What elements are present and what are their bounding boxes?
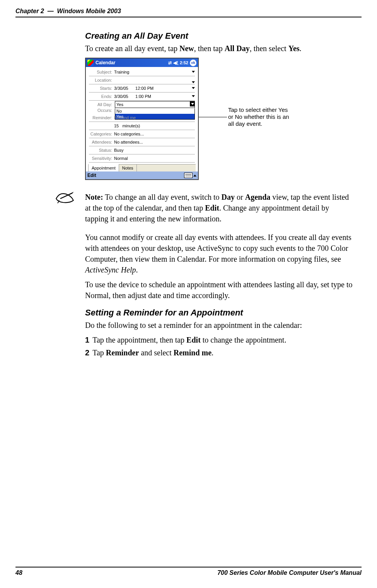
start-icon[interactable] xyxy=(87,60,94,66)
note-t1: To change an all day event, switch to xyxy=(103,193,222,201)
step2-a: Tap xyxy=(92,348,106,357)
section-title-creating: Creating an All Day Event xyxy=(85,31,354,41)
reminder-interval[interactable]: 15 minute(s) xyxy=(114,123,196,128)
value-attendees[interactable]: No attendees... xyxy=(114,140,196,144)
ok-button[interactable]: ok xyxy=(190,60,196,66)
content-area: Creating an All Day Event To create an a… xyxy=(85,31,354,360)
value-starts[interactable]: 3/30/05 12:00 PM xyxy=(114,86,196,91)
para2-italic: ActiveSync Help xyxy=(85,266,136,274)
volume-icon[interactable]: ◀ξ xyxy=(173,60,178,65)
para2-a: You cannot modify or create all day even… xyxy=(85,233,351,263)
chapter-title: Windows Mobile 2003 xyxy=(57,8,121,14)
divider xyxy=(89,84,195,84)
note-prefix: Note: xyxy=(85,193,103,201)
value-status[interactable]: Busy xyxy=(114,148,196,153)
app-title: Calendar xyxy=(96,60,168,65)
row-sensitivity: Sensitivity: Normal xyxy=(88,155,196,162)
divider xyxy=(89,121,195,122)
label-reminder: Reminder: xyxy=(88,115,114,120)
step2-c: and select xyxy=(139,348,173,357)
page-number: 48 xyxy=(15,569,22,576)
value-allday-wrapper: Yes xyxy=(114,101,196,108)
label-ends: Ends: xyxy=(88,94,114,99)
ends-date: 3/30/05 xyxy=(114,94,128,99)
row-starts: Starts: 3/30/05 12:00 PM xyxy=(88,85,196,92)
keyboard-icon xyxy=(184,173,193,178)
edit-menu[interactable]: Edit xyxy=(87,173,96,178)
intro-text-end: . xyxy=(300,44,302,53)
chevron-down-icon[interactable] xyxy=(192,71,195,73)
divider xyxy=(89,154,195,154)
dropdown-button[interactable] xyxy=(190,101,195,106)
status-icons: ⇄ ◀ξ 2:52 ok xyxy=(168,60,196,66)
chapter-number: Chapter 2 xyxy=(15,8,44,14)
value-reminder[interactable]: Remind me xyxy=(114,115,196,120)
wm-titlebar: Calendar ⇄ ◀ξ 2:52 ok xyxy=(86,58,198,67)
para-normal-type: To use the device to schedule an appoint… xyxy=(85,279,354,301)
step1-c: to change the appointment. xyxy=(201,336,287,344)
divider xyxy=(89,75,195,76)
intro-bold-yes: Yes xyxy=(288,44,300,53)
page-header: Chapter 2 — Windows Mobile 2003 xyxy=(15,8,362,17)
note-paragraph: Note: To change an all day event, switch… xyxy=(85,192,354,224)
allday-selected: Yes xyxy=(116,102,123,107)
row-status: Status: Busy xyxy=(88,147,196,154)
step-number: 2 xyxy=(85,348,89,357)
label-starts: Starts: xyxy=(88,86,114,91)
step1-b: Edit xyxy=(186,336,201,344)
connectivity-icon[interactable]: ⇄ xyxy=(168,60,172,65)
header-dash: — xyxy=(48,8,54,14)
value-categories[interactable]: No categories... xyxy=(114,132,196,136)
wm-screenshot: Calendar ⇄ ◀ξ 2:52 ok Subject: Training … xyxy=(85,58,199,180)
note-b3: Edit xyxy=(205,204,219,212)
clock-text: 2:52 xyxy=(180,60,188,65)
wm-tabs: Appointment Notes xyxy=(88,164,196,171)
tab-notes[interactable]: Notes xyxy=(119,165,137,171)
allday-option-no[interactable]: No xyxy=(115,108,194,114)
note-b2: Agenda xyxy=(245,193,271,201)
steps-list: 1Tap the appointment, then tap Edit to c… xyxy=(85,334,354,358)
step2-d: Remind me xyxy=(174,348,212,357)
intro-text: To create an all day event, tap xyxy=(85,44,179,53)
divider xyxy=(89,137,195,138)
note-t2: or xyxy=(235,193,245,201)
tab-appointment[interactable]: Appointment xyxy=(88,164,119,171)
divider xyxy=(89,92,195,93)
reminder-intro: Do the following to set a reminder for a… xyxy=(85,320,354,331)
divider xyxy=(89,129,195,130)
label-location: Location: xyxy=(88,78,114,82)
label-sensitivity: Sensitivity: xyxy=(88,156,114,161)
allday-dropdown[interactable]: Yes xyxy=(115,101,195,108)
section-title-reminder: Setting a Reminder for an Appointment xyxy=(85,308,354,318)
step-number: 1 xyxy=(85,336,89,344)
label-attendees: Attendees: xyxy=(88,140,114,144)
note-icon xyxy=(54,190,75,207)
label-status: Status: xyxy=(88,148,114,153)
value-sensitivity[interactable]: Normal xyxy=(114,156,196,161)
callout-leader-line xyxy=(198,117,227,117)
value-subject[interactable]: Training xyxy=(114,70,196,74)
keyboard-toggle[interactable] xyxy=(184,173,196,178)
value-ends[interactable]: 3/30/05 1:00 PM xyxy=(114,94,196,99)
chevron-down-icon[interactable] xyxy=(192,87,195,89)
footer-rule xyxy=(15,567,362,567)
intro-text-2: , then tap xyxy=(194,44,225,53)
step-2: 2Tap Reminder and select Remind me. xyxy=(85,347,354,358)
row-ends: Ends: 3/30/05 1:00 PM xyxy=(88,93,196,100)
chevron-up-icon xyxy=(193,175,196,177)
chevron-down-icon[interactable] xyxy=(192,81,195,83)
divider xyxy=(89,146,195,146)
label-allday: All Day: xyxy=(88,102,114,107)
step-1: 1Tap the appointment, then tap Edit to c… xyxy=(85,334,354,345)
row-reminder-label: Reminder: Remind me xyxy=(88,114,196,121)
row-reminder-qty: 15 minute(s) xyxy=(88,122,196,129)
row-location: Location: xyxy=(88,77,196,84)
label-categories: Categories: xyxy=(88,132,114,136)
starts-time: 12:00 PM xyxy=(135,86,154,91)
page-footer: 48 700 Series Color Mobile Computer User… xyxy=(15,567,362,576)
starts-date: 3/30/05 xyxy=(114,86,128,91)
intro-text-3: , then select xyxy=(250,44,288,53)
chevron-down-icon[interactable] xyxy=(192,95,195,97)
wm-bottombar: Edit xyxy=(86,171,198,179)
para-attendees: You cannot modify or create all day even… xyxy=(85,232,354,275)
